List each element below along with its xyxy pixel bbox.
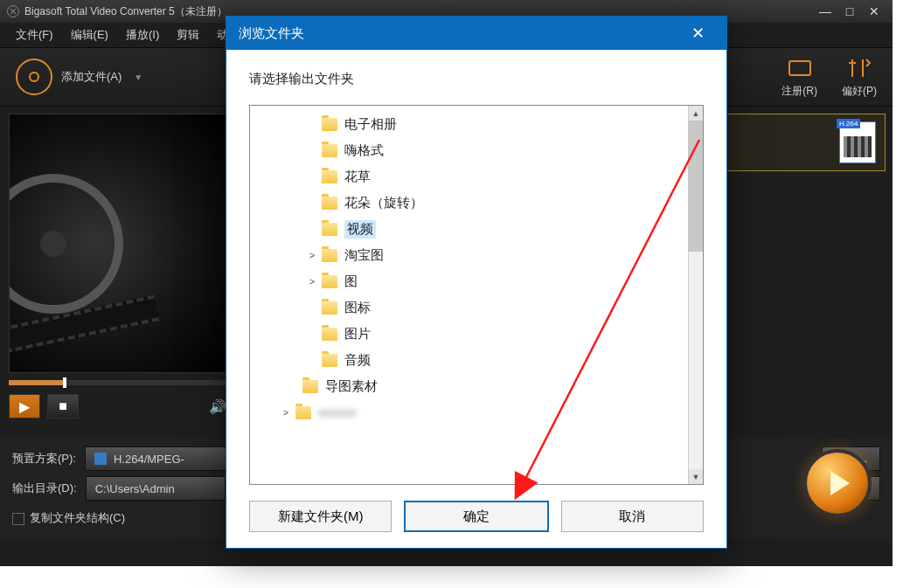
tree-item-label: 图片: [344, 326, 371, 342]
tree-item-label: 图标: [344, 300, 371, 316]
expand-icon[interactable]: >: [306, 276, 318, 287]
folder-tree: 电子相册嗨格式花草花朵（旋转）视频>淘宝图>图图标图片音频导图素材>xxxxxx…: [249, 105, 704, 485]
tree-item[interactable]: >淘宝图: [250, 242, 703, 268]
outdir-label: 输出目录(D):: [12, 481, 77, 496]
expand-icon[interactable]: >: [280, 407, 292, 418]
dialog-prompt: 请选择输出文件夹: [249, 71, 704, 87]
volume-icon[interactable]: 🔊: [209, 398, 226, 415]
outdir-field[interactable]: C:\Users\Admin: [86, 476, 226, 501]
dropdown-arrow-icon: ▼: [134, 73, 142, 82]
browse-folder-dialog: 浏览文件夹 ✕ 请选择输出文件夹 电子相册嗨格式花草花朵（旋转）视频>淘宝图>图…: [226, 16, 727, 549]
tree-item-label: 导图素材: [325, 378, 378, 395]
tree-item[interactable]: 导图素材: [250, 373, 703, 399]
register-icon: [786, 56, 814, 80]
close-button[interactable]: ✕: [863, 3, 886, 19]
expand-icon[interactable]: >: [306, 250, 318, 260]
tree-item-label: 淘宝图: [344, 247, 384, 264]
tree-list: 电子相册嗨格式花草花朵（旋转）视频>淘宝图>图图标图片音频导图素材>xxxxxx: [250, 106, 703, 431]
tree-item[interactable]: 图标: [250, 294, 703, 321]
tree-item-label: 视频: [344, 220, 376, 239]
tree-item[interactable]: 花草: [250, 163, 703, 190]
folder-icon: [302, 380, 318, 393]
menu-file[interactable]: 文件(F): [9, 24, 60, 46]
tree-item-label: 嗨格式: [344, 142, 384, 159]
add-file-button[interactable]: 添加文件(A) ▼: [16, 59, 142, 95]
minimize-button[interactable]: —: [814, 3, 837, 19]
film-reel-graphic: [9, 174, 123, 314]
menu-play[interactable]: 播放(I): [119, 24, 166, 46]
folder-icon: [322, 354, 337, 367]
convert-button[interactable]: [803, 449, 872, 517]
ok-button[interactable]: 确定: [404, 501, 548, 532]
dialog-close-button[interactable]: ✕: [681, 17, 714, 50]
copy-structure-label: 复制文件夹结构(C): [30, 511, 125, 524]
preferences-button[interactable]: 偏好(P): [842, 56, 877, 99]
tree-item-selected[interactable]: 视频: [250, 216, 703, 242]
register-label: 注册(R): [781, 84, 817, 99]
window-buttons: — □ ✕: [814, 3, 886, 19]
timeline-knob[interactable]: [63, 377, 66, 388]
menu-clip[interactable]: 剪辑: [170, 24, 206, 46]
dialog-titlebar: 浏览文件夹 ✕: [226, 17, 726, 50]
menu-edit[interactable]: 编辑(E): [64, 24, 115, 46]
cancel-button[interactable]: 取消: [561, 501, 704, 532]
tree-item-label: 电子相册: [344, 116, 397, 133]
toolbar-right: 注册(R) 偏好(P): [781, 56, 877, 99]
timeline-progress: [9, 380, 63, 385]
add-file-label: 添加文件(A): [61, 69, 122, 85]
folder-icon: [322, 144, 337, 157]
tree-scrollbar[interactable]: ▲ ▼: [688, 106, 703, 484]
folder-icon: [295, 406, 311, 419]
dialog-buttons: 新建文件夹(M) 确定 取消: [249, 501, 704, 532]
tree-item-label: xxxxxx: [318, 405, 357, 419]
preview-pane: ▶ ■ 🔊: [0, 107, 236, 439]
maximize-button[interactable]: □: [838, 3, 861, 19]
scroll-up-icon[interactable]: ▲: [689, 106, 703, 121]
play-button[interactable]: ▶: [9, 394, 40, 419]
tree-item[interactable]: 嗨格式: [250, 137, 703, 163]
tree-item[interactable]: 图片: [250, 321, 703, 347]
tools-icon: [845, 56, 873, 80]
tree-item[interactable]: 电子相册: [250, 111, 703, 137]
folder-icon: [322, 301, 337, 315]
folder-icon: [322, 170, 337, 183]
tree-item[interactable]: 音频: [250, 347, 703, 373]
app-title: Bigasoft Total Video Converter 5（未注册）: [24, 4, 227, 19]
preset-format-icon: [94, 453, 107, 465]
dialog-body: 请选择输出文件夹 电子相册嗨格式花草花朵（旋转）视频>淘宝图>图图标图片音频导图…: [226, 50, 726, 548]
copy-structure-checkbox[interactable]: 复制文件夹结构(C): [12, 510, 125, 526]
tree-item[interactable]: >xxxxxx: [250, 399, 703, 425]
stop-button[interactable]: ■: [47, 394, 79, 419]
tree-item-label: 图: [344, 273, 358, 290]
tree-item[interactable]: >图: [250, 268, 703, 294]
app-icon: [7, 5, 19, 17]
register-button[interactable]: 注册(R): [781, 56, 817, 99]
preferences-label: 偏好(P): [842, 84, 877, 99]
folder-icon: [322, 118, 337, 131]
timeline[interactable]: [9, 380, 226, 385]
checkbox-icon: [12, 513, 24, 525]
dialog-title: 浏览文件夹: [239, 25, 304, 42]
preview-viewport: [9, 114, 226, 373]
new-folder-button[interactable]: 新建文件夹(M): [249, 501, 392, 532]
folder-icon: [322, 249, 337, 262]
folder-icon: [322, 275, 337, 288]
scroll-down-icon[interactable]: ▼: [689, 469, 703, 484]
file-thumbnail: [839, 121, 876, 163]
folder-icon: [322, 223, 337, 236]
reel-icon: [16, 59, 52, 95]
preset-value: H.264/MPEG-: [114, 453, 184, 466]
transport-controls: ▶ ■ 🔊: [9, 394, 226, 419]
outdir-value: C:\Users\Admin: [95, 482, 175, 495]
folder-icon: [322, 328, 337, 341]
tree-item-label: 音频: [344, 352, 371, 369]
svg-rect-0: [789, 61, 810, 75]
scroll-thumb[interactable]: [688, 121, 703, 252]
tree-item-label: 花朵（旋转）: [344, 195, 423, 211]
preset-label: 预置方案(P):: [12, 451, 76, 467]
tree-item-label: 花草: [344, 169, 371, 185]
folder-icon: [322, 197, 337, 210]
tree-item[interactable]: 花朵（旋转）: [250, 190, 703, 216]
